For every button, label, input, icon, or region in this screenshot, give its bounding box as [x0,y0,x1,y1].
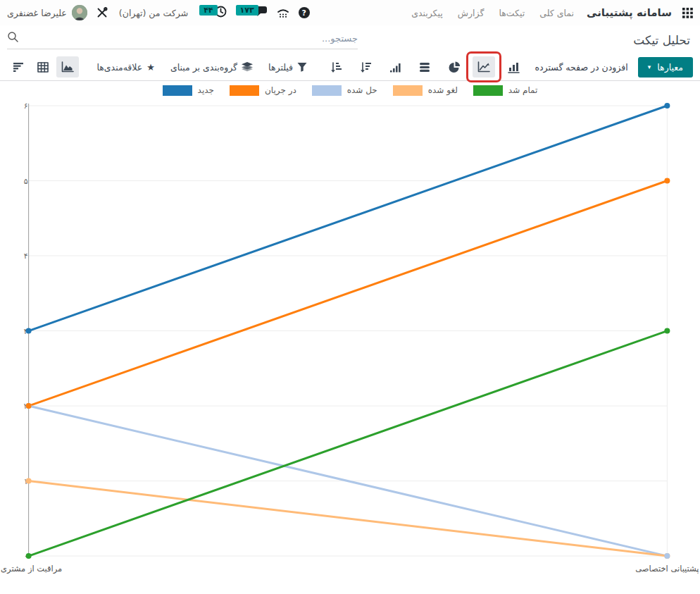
legend-item-4[interactable]: تمام شد [473,85,538,96]
legend-label: لغو شده [428,85,458,95]
messages-count-badge: ۱۷۳ [236,5,258,16]
layers-icon [242,62,253,72]
star-icon: ★ [146,62,155,73]
chart-canvas: ۰۱۲۳۴۵۶مراقبت از مشتریپشتیبانی اختصاصیتی… [0,100,700,593]
legend-item-1[interactable]: در جریان [230,85,296,96]
graph-view-button[interactable] [56,56,79,78]
sort-descending-button[interactable] [354,56,377,78]
svg-text:پشتیبانی اختصاصی: پشتیبانی اختصاصی [635,564,699,574]
control-panel-header: تحلیل تیکت [0,25,700,54]
measures-button[interactable]: معیارها ▾ [638,57,693,78]
tools-icon[interactable] [96,7,108,18]
menu-configuration[interactable]: پیکربندی [409,6,445,20]
menu-reporting[interactable]: گزارش [456,6,487,20]
bar-chart-button[interactable] [502,56,525,78]
legend-item-3[interactable]: لغو شده [393,85,458,96]
chart-legend: جدیددر جریانحل شدهلغو شدهتمام شد [0,81,700,100]
insert-in-spreadsheet-button[interactable]: افزودن در صفحه گسترده [532,62,630,73]
pie-chart-button[interactable] [443,56,465,78]
activities-count-badge: ۴۴ [199,5,217,16]
legend-item-0[interactable]: جدید [163,85,214,96]
menu-tickets[interactable]: تیکت‌ها [496,6,527,20]
legend-swatch [393,85,423,96]
filters-button[interactable]: فیلترها [264,62,311,73]
stacked-toggle-button[interactable] [413,56,436,78]
app-name[interactable]: سامانه پشتیبانی [587,6,672,19]
toolbar-middle-group: فیلترها گروه‌بندی بر مبنای ★ علاقه‌مندی‌… [92,62,311,73]
svg-text:۵: ۵ [24,176,28,185]
view-switcher [7,56,79,78]
search-input[interactable] [19,33,358,44]
user-avatar [72,5,87,20]
svg-text:۴: ۴ [24,252,28,261]
ticket-analysis-chart: جدیددر جریانحل شدهلغو شدهتمام شد ۰۱۲۳۴۵۶… [0,81,700,593]
svg-text:۶: ۶ [24,101,28,111]
horizontal-bars-icon [13,62,24,72]
legend-swatch [230,85,259,96]
list-view-button[interactable] [7,56,30,78]
legend-swatch [163,85,192,96]
graph-toolbar: معیارها ▾ افزودن در صفحه گسترده [0,54,700,81]
search-icon [7,31,19,46]
line-chart-button[interactable] [473,56,495,78]
legend-label: جدید [198,85,214,95]
page-title: تحلیل تیکت [633,33,690,47]
legend-label: حل شده [347,85,377,95]
menu-overview[interactable]: نمای کلی [537,6,576,20]
legend-swatch [473,85,503,96]
voip-phone-icon[interactable] [277,8,289,18]
help-icon[interactable]: ? [299,7,310,18]
top-navbar: سامانه پشتیبانی نمای کلی تیکت‌ها گزارش پ… [0,0,700,25]
legend-label: تمام شد [508,85,538,95]
search-box [7,31,358,49]
group-by-button[interactable]: گروه‌بندی بر مبنای [166,62,257,73]
cumulative-button[interactable] [384,56,406,78]
user-name: علیرضا غضنفری [7,8,67,18]
favorites-button[interactable]: ★ علاقه‌مندی‌ها [92,62,158,73]
systray: ? ۱۷۳ [7,5,310,20]
sort-ascending-button[interactable] [325,56,347,78]
activities-tray[interactable]: ۴۴ [199,6,226,20]
legend-label: در جریان [265,85,296,95]
area-chart-icon [61,61,74,73]
legend-swatch [312,85,342,96]
pivot-view-button[interactable] [32,56,54,78]
svg-text:مراقبت از مشتری: مراقبت از مشتری [1,564,62,574]
company-switcher[interactable]: شرکت من (تهران) [117,6,190,20]
chevron-down-icon: ▾ [648,63,651,70]
legend-item-2[interactable]: حل شده [312,85,377,96]
apps-grid-icon[interactable] [682,8,693,18]
filter-funnel-icon [297,62,307,72]
messages-tray[interactable]: ۱۷۳ [236,6,268,20]
user-menu[interactable]: علیرضا غضنفری [7,5,87,20]
table-grid-icon [37,62,49,73]
navbar-main-menu: سامانه پشتیبانی نمای کلی تیکت‌ها گزارش پ… [409,6,693,20]
svg-text:تیم: تیم [343,592,354,593]
toolbar-right-group: معیارها ▾ افزودن در صفحه گسترده [325,56,693,78]
